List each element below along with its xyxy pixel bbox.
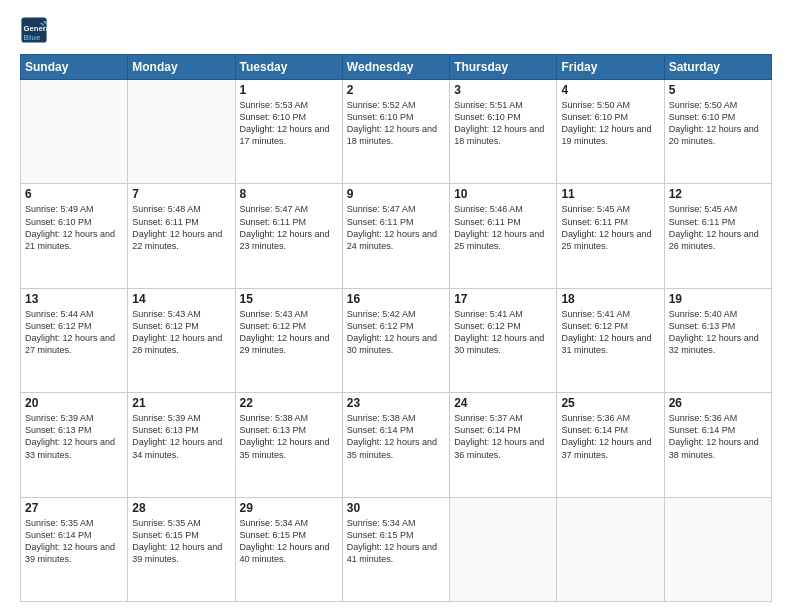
day-number: 17 bbox=[454, 292, 552, 306]
day-cell: 23Sunrise: 5:38 AM Sunset: 6:14 PM Dayli… bbox=[342, 393, 449, 497]
day-cell: 13Sunrise: 5:44 AM Sunset: 6:12 PM Dayli… bbox=[21, 288, 128, 392]
day-number: 5 bbox=[669, 83, 767, 97]
logo-icon: General Blue bbox=[20, 16, 48, 44]
day-number: 8 bbox=[240, 187, 338, 201]
week-row-4: 20Sunrise: 5:39 AM Sunset: 6:13 PM Dayli… bbox=[21, 393, 772, 497]
day-info: Sunrise: 5:39 AM Sunset: 6:13 PM Dayligh… bbox=[132, 412, 230, 461]
weekday-header-saturday: Saturday bbox=[664, 55, 771, 80]
day-number: 3 bbox=[454, 83, 552, 97]
day-cell: 19Sunrise: 5:40 AM Sunset: 6:13 PM Dayli… bbox=[664, 288, 771, 392]
day-info: Sunrise: 5:50 AM Sunset: 6:10 PM Dayligh… bbox=[669, 99, 767, 148]
day-info: Sunrise: 5:40 AM Sunset: 6:13 PM Dayligh… bbox=[669, 308, 767, 357]
day-number: 4 bbox=[561, 83, 659, 97]
day-info: Sunrise: 5:51 AM Sunset: 6:10 PM Dayligh… bbox=[454, 99, 552, 148]
day-info: Sunrise: 5:35 AM Sunset: 6:14 PM Dayligh… bbox=[25, 517, 123, 566]
day-number: 28 bbox=[132, 501, 230, 515]
day-cell: 7Sunrise: 5:48 AM Sunset: 6:11 PM Daylig… bbox=[128, 184, 235, 288]
weekday-header-tuesday: Tuesday bbox=[235, 55, 342, 80]
day-cell: 18Sunrise: 5:41 AM Sunset: 6:12 PM Dayli… bbox=[557, 288, 664, 392]
day-info: Sunrise: 5:41 AM Sunset: 6:12 PM Dayligh… bbox=[454, 308, 552, 357]
day-number: 22 bbox=[240, 396, 338, 410]
day-info: Sunrise: 5:39 AM Sunset: 6:13 PM Dayligh… bbox=[25, 412, 123, 461]
day-number: 9 bbox=[347, 187, 445, 201]
weekday-header-wednesday: Wednesday bbox=[342, 55, 449, 80]
day-cell: 28Sunrise: 5:35 AM Sunset: 6:15 PM Dayli… bbox=[128, 497, 235, 601]
calendar-table: SundayMondayTuesdayWednesdayThursdayFrid… bbox=[20, 54, 772, 602]
day-info: Sunrise: 5:46 AM Sunset: 6:11 PM Dayligh… bbox=[454, 203, 552, 252]
svg-text:Blue: Blue bbox=[24, 33, 41, 42]
day-number: 30 bbox=[347, 501, 445, 515]
day-info: Sunrise: 5:34 AM Sunset: 6:15 PM Dayligh… bbox=[240, 517, 338, 566]
day-number: 13 bbox=[25, 292, 123, 306]
day-number: 25 bbox=[561, 396, 659, 410]
day-info: Sunrise: 5:45 AM Sunset: 6:11 PM Dayligh… bbox=[561, 203, 659, 252]
svg-text:General: General bbox=[24, 24, 49, 33]
day-info: Sunrise: 5:37 AM Sunset: 6:14 PM Dayligh… bbox=[454, 412, 552, 461]
day-cell: 9Sunrise: 5:47 AM Sunset: 6:11 PM Daylig… bbox=[342, 184, 449, 288]
day-info: Sunrise: 5:38 AM Sunset: 6:14 PM Dayligh… bbox=[347, 412, 445, 461]
page: General Blue SundayMondayTuesdayWednesda… bbox=[0, 0, 792, 612]
day-info: Sunrise: 5:43 AM Sunset: 6:12 PM Dayligh… bbox=[240, 308, 338, 357]
day-cell: 8Sunrise: 5:47 AM Sunset: 6:11 PM Daylig… bbox=[235, 184, 342, 288]
week-row-1: 1Sunrise: 5:53 AM Sunset: 6:10 PM Daylig… bbox=[21, 80, 772, 184]
day-info: Sunrise: 5:53 AM Sunset: 6:10 PM Dayligh… bbox=[240, 99, 338, 148]
day-number: 2 bbox=[347, 83, 445, 97]
day-cell: 25Sunrise: 5:36 AM Sunset: 6:14 PM Dayli… bbox=[557, 393, 664, 497]
day-cell bbox=[450, 497, 557, 601]
day-cell: 16Sunrise: 5:42 AM Sunset: 6:12 PM Dayli… bbox=[342, 288, 449, 392]
day-cell: 30Sunrise: 5:34 AM Sunset: 6:15 PM Dayli… bbox=[342, 497, 449, 601]
day-number: 12 bbox=[669, 187, 767, 201]
day-cell: 2Sunrise: 5:52 AM Sunset: 6:10 PM Daylig… bbox=[342, 80, 449, 184]
day-cell: 27Sunrise: 5:35 AM Sunset: 6:14 PM Dayli… bbox=[21, 497, 128, 601]
day-cell: 10Sunrise: 5:46 AM Sunset: 6:11 PM Dayli… bbox=[450, 184, 557, 288]
day-cell: 21Sunrise: 5:39 AM Sunset: 6:13 PM Dayli… bbox=[128, 393, 235, 497]
day-cell: 4Sunrise: 5:50 AM Sunset: 6:10 PM Daylig… bbox=[557, 80, 664, 184]
day-info: Sunrise: 5:48 AM Sunset: 6:11 PM Dayligh… bbox=[132, 203, 230, 252]
day-info: Sunrise: 5:45 AM Sunset: 6:11 PM Dayligh… bbox=[669, 203, 767, 252]
day-cell bbox=[128, 80, 235, 184]
day-number: 19 bbox=[669, 292, 767, 306]
day-number: 15 bbox=[240, 292, 338, 306]
day-number: 21 bbox=[132, 396, 230, 410]
day-info: Sunrise: 5:35 AM Sunset: 6:15 PM Dayligh… bbox=[132, 517, 230, 566]
day-cell: 3Sunrise: 5:51 AM Sunset: 6:10 PM Daylig… bbox=[450, 80, 557, 184]
day-cell: 1Sunrise: 5:53 AM Sunset: 6:10 PM Daylig… bbox=[235, 80, 342, 184]
day-info: Sunrise: 5:42 AM Sunset: 6:12 PM Dayligh… bbox=[347, 308, 445, 357]
day-info: Sunrise: 5:36 AM Sunset: 6:14 PM Dayligh… bbox=[669, 412, 767, 461]
weekday-header-friday: Friday bbox=[557, 55, 664, 80]
day-cell: 15Sunrise: 5:43 AM Sunset: 6:12 PM Dayli… bbox=[235, 288, 342, 392]
week-row-2: 6Sunrise: 5:49 AM Sunset: 6:10 PM Daylig… bbox=[21, 184, 772, 288]
day-cell bbox=[664, 497, 771, 601]
day-info: Sunrise: 5:34 AM Sunset: 6:15 PM Dayligh… bbox=[347, 517, 445, 566]
weekday-header-monday: Monday bbox=[128, 55, 235, 80]
day-cell: 24Sunrise: 5:37 AM Sunset: 6:14 PM Dayli… bbox=[450, 393, 557, 497]
day-cell bbox=[557, 497, 664, 601]
day-info: Sunrise: 5:44 AM Sunset: 6:12 PM Dayligh… bbox=[25, 308, 123, 357]
day-info: Sunrise: 5:47 AM Sunset: 6:11 PM Dayligh… bbox=[240, 203, 338, 252]
day-cell: 29Sunrise: 5:34 AM Sunset: 6:15 PM Dayli… bbox=[235, 497, 342, 601]
day-info: Sunrise: 5:52 AM Sunset: 6:10 PM Dayligh… bbox=[347, 99, 445, 148]
day-info: Sunrise: 5:50 AM Sunset: 6:10 PM Dayligh… bbox=[561, 99, 659, 148]
day-info: Sunrise: 5:41 AM Sunset: 6:12 PM Dayligh… bbox=[561, 308, 659, 357]
day-cell: 17Sunrise: 5:41 AM Sunset: 6:12 PM Dayli… bbox=[450, 288, 557, 392]
day-cell: 5Sunrise: 5:50 AM Sunset: 6:10 PM Daylig… bbox=[664, 80, 771, 184]
day-info: Sunrise: 5:43 AM Sunset: 6:12 PM Dayligh… bbox=[132, 308, 230, 357]
logo: General Blue bbox=[20, 16, 52, 44]
day-cell: 14Sunrise: 5:43 AM Sunset: 6:12 PM Dayli… bbox=[128, 288, 235, 392]
day-number: 14 bbox=[132, 292, 230, 306]
day-number: 26 bbox=[669, 396, 767, 410]
weekday-header-row: SundayMondayTuesdayWednesdayThursdayFrid… bbox=[21, 55, 772, 80]
day-number: 1 bbox=[240, 83, 338, 97]
header: General Blue bbox=[20, 16, 772, 44]
day-number: 7 bbox=[132, 187, 230, 201]
week-row-5: 27Sunrise: 5:35 AM Sunset: 6:14 PM Dayli… bbox=[21, 497, 772, 601]
day-info: Sunrise: 5:36 AM Sunset: 6:14 PM Dayligh… bbox=[561, 412, 659, 461]
day-number: 23 bbox=[347, 396, 445, 410]
day-number: 27 bbox=[25, 501, 123, 515]
day-number: 24 bbox=[454, 396, 552, 410]
day-cell: 11Sunrise: 5:45 AM Sunset: 6:11 PM Dayli… bbox=[557, 184, 664, 288]
day-cell: 20Sunrise: 5:39 AM Sunset: 6:13 PM Dayli… bbox=[21, 393, 128, 497]
weekday-header-thursday: Thursday bbox=[450, 55, 557, 80]
day-info: Sunrise: 5:49 AM Sunset: 6:10 PM Dayligh… bbox=[25, 203, 123, 252]
day-number: 10 bbox=[454, 187, 552, 201]
